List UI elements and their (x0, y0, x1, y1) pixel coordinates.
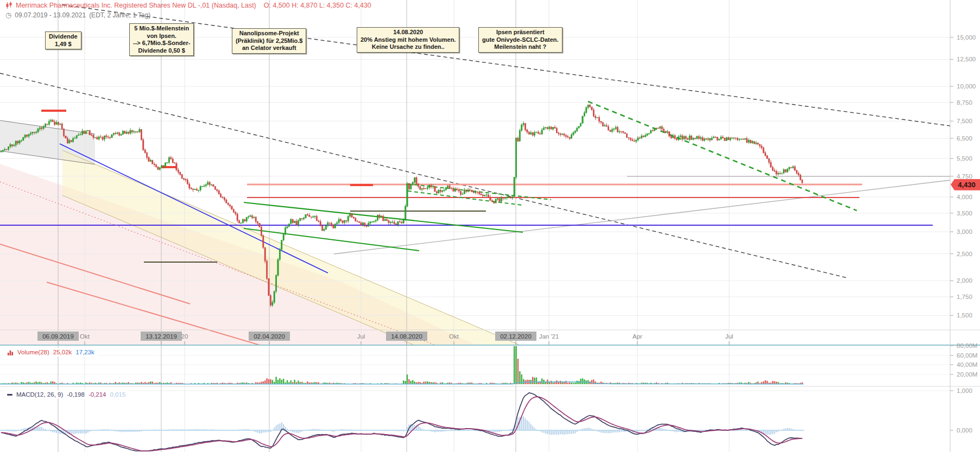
volume-legend[interactable]: Volume(28) 25,02k 17,23k (4, 348, 98, 356)
macd-hist-value: 0,015 (110, 391, 126, 398)
price-axis[interactable]: 15,00012,50010,0008,7507,5006,5005,5004,… (950, 34, 977, 434)
annotation-text: (Präklinik) für 2,25Mio.$ (236, 37, 302, 45)
axis-label: 1,750 (957, 294, 972, 300)
volume-bars (0, 346, 804, 384)
macd-signal-line[interactable] (1, 397, 802, 451)
axis-label: 1,500 (957, 312, 972, 319)
axis-label: 4,750 (957, 173, 972, 180)
timeframe-label: (EDT, 2 Jahre, 1 Tag) (89, 11, 150, 19)
annotation-text: --> 6,7Mio.$-Sonder- (133, 40, 190, 47)
chart-application: 15,00012,50010,0008,7507,5006,5005,5004,… (0, 0, 980, 452)
chart-header: Merrimack Pharmaceuticals Inc. Registere… (5, 2, 371, 19)
axis-label: 3,000 (957, 228, 972, 235)
axis-label: Jul (725, 333, 734, 340)
axis-label: 02.12.2020 (500, 333, 532, 340)
axis-label: 13.12.2019 (146, 333, 177, 340)
rising-gray-support[interactable] (334, 180, 950, 254)
axis-label: 14.08.2020 (391, 333, 422, 340)
annotation-text: an Celator verkauft (236, 44, 302, 52)
macd-signal-value: -0,214 (88, 391, 106, 398)
macd-icon (7, 394, 12, 396)
axis-label: 8,750 (957, 99, 972, 106)
annotation-text: gute Onivyde-SCLC-Daten. (482, 36, 559, 44)
annotation-text: von Ipsen. (133, 33, 190, 40)
axis-label: 06.09.2019 (42, 333, 74, 340)
volume-icon (7, 349, 14, 355)
axis-label: 7,500 (957, 118, 972, 124)
instrument-title[interactable]: Merrimack Pharmaceuticals Inc. Registere… (16, 2, 256, 9)
axis-label: Jul (357, 333, 365, 340)
axis-label: 4,000 (957, 194, 972, 200)
green-dashed-major-downtrend[interactable] (588, 101, 857, 211)
annotation-box[interactable]: Dividende1,49 $ (45, 31, 81, 49)
axis-label: 10,000 (957, 83, 976, 90)
axis-label: 02.04.2020 (254, 333, 285, 340)
volume-ma-line[interactable] (0, 382, 804, 384)
macd-legend[interactable]: MACD(12, 26, 9) -0,198 -0,214 0,015 (4, 390, 129, 399)
annotation-box[interactable]: 14.08.202020% Anstieg mit hohem Volumen.… (357, 27, 459, 53)
axis-label: 5,500 (957, 155, 972, 162)
shaded-regions (0, 120, 665, 452)
axis-label: 40,00M (957, 361, 977, 368)
date-range[interactable]: 09.07.2019 - 13.09.2021 (15, 11, 86, 19)
annotation-text: 20% Anstieg mit hohem Volumen. (361, 36, 456, 44)
axis-label: 1,000 (957, 387, 972, 394)
annotation-text: Dividende 0,50 $ (133, 47, 190, 55)
macd-histogram (0, 416, 804, 435)
axis-label: Okt (449, 333, 459, 340)
annotation-text: Nanolipsome-Projekt (236, 30, 302, 37)
annotation-box[interactable]: 5 Mio.$-Meilensteinvon Ipsen.--> 6,7Mio.… (129, 23, 194, 56)
annotation-text: 14.08.2020 (361, 29, 456, 36)
annotation-text: Dividende (49, 33, 78, 41)
axis-label: 0,000 (957, 427, 972, 434)
axis-label: 20 (181, 333, 188, 340)
clock-icon: ◷ (5, 11, 11, 19)
axis-label: 20,00M (957, 371, 977, 378)
macd-line[interactable] (1, 393, 802, 451)
axis-label: 6,500 (957, 135, 972, 142)
axis-label: 2,500 (957, 251, 972, 257)
annotation-text: 5 Mio.$-Meilenstein (133, 25, 190, 33)
axis-label: 80,00M (957, 342, 977, 349)
annotation-box[interactable]: Nanolipsome-Projekt(Präklinik) für 2,25M… (232, 28, 306, 54)
annotation-text: Keine Ursache zu finden.. (361, 43, 456, 51)
axis-label: Okt (80, 333, 90, 340)
axis-label: 15,000 (957, 34, 976, 41)
axis-label: 3,500 (957, 210, 972, 217)
black-dashed-resistance-upper[interactable] (62, 5, 950, 126)
annotation-text: 1,49 $ (49, 41, 78, 48)
ohlc-values: O: 4,500 H: 4,870 L: 4,350 C: 4,430 (264, 2, 371, 9)
chart-canvas[interactable]: 15,00012,50010,0008,7507,5006,5005,5004,… (0, 0, 980, 452)
annotation-box[interactable]: Ipsen präsentiertgute Onivyde-SCLC-Daten… (478, 27, 562, 53)
volume-ma-value: 17,23k (75, 349, 94, 355)
axis-label: 60,00M (957, 352, 977, 359)
annotation-text: Ipsen präsentiert (482, 29, 559, 36)
candlestick-icon (5, 2, 12, 9)
macd-label: MACD(12, 26, 9) (16, 391, 63, 398)
axis-label: 2,000 (957, 277, 972, 284)
volume-label: Volume(28) (17, 349, 49, 355)
last-price-tag: 4,430 (951, 179, 980, 190)
axis-label: 12,500 (957, 56, 976, 62)
macd-value: -0,198 (67, 391, 85, 398)
annotation-text: Meilenstein naht ? (482, 43, 559, 51)
axis-label: Jan '21 (539, 333, 559, 340)
axis-label: Apr (633, 333, 642, 340)
volume-value: 25,02k (53, 349, 72, 355)
